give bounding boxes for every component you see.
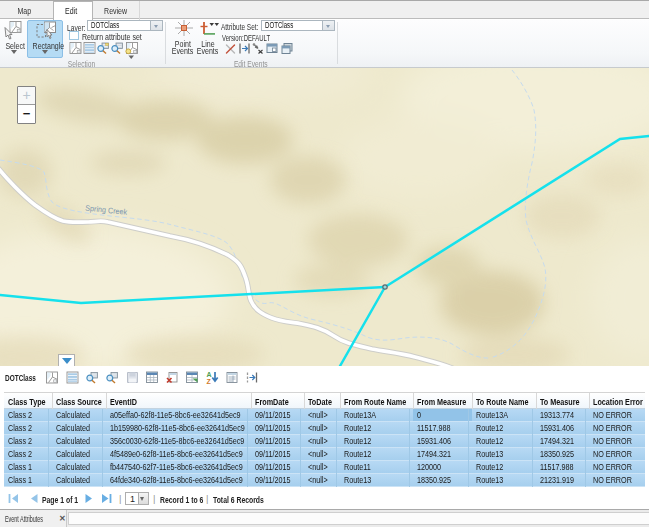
svg-text:Z: Z: [207, 378, 212, 385]
